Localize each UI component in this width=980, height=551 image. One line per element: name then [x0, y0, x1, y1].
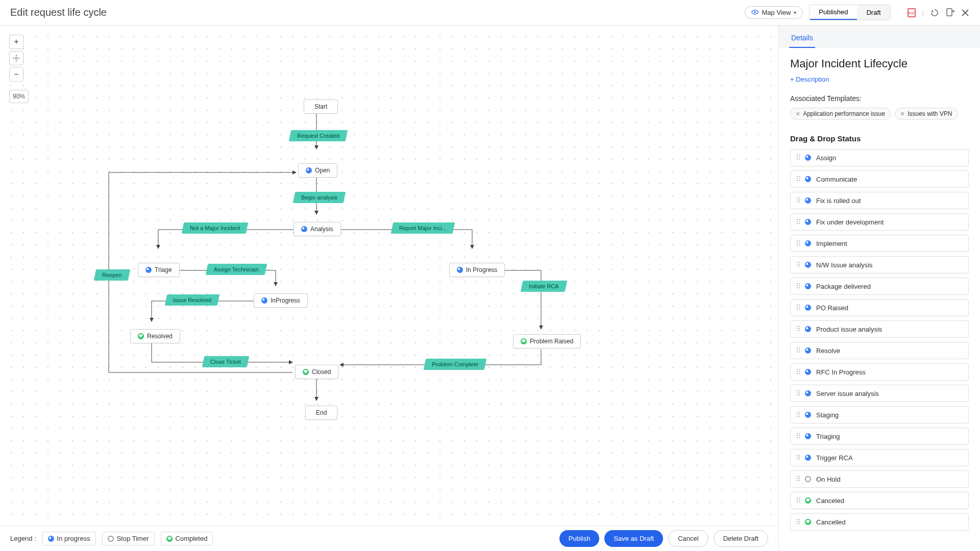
chevron-down-icon: ▾: [794, 10, 796, 15]
template-chip[interactable]: ×Application performance issue: [790, 108, 891, 120]
status-item[interactable]: ⠿Assign: [790, 149, 969, 166]
legend: Legend : In progress Stop Timer Complete…: [10, 532, 213, 545]
completed-icon: [805, 497, 811, 504]
save-draft-button[interactable]: Save as Draft: [604, 530, 663, 547]
status-item[interactable]: ⠿RFC In Progress: [790, 363, 969, 381]
status-label: Fix under development: [816, 218, 884, 226]
progress-icon: [805, 305, 811, 311]
grip-icon: ⠿: [796, 218, 800, 226]
revert-icon[interactable]: [930, 8, 939, 17]
trans-begin[interactable]: Begin analysis: [293, 192, 346, 203]
status-item[interactable]: ⠿Canceled: [790, 492, 969, 509]
status-item[interactable]: ⠿On Hold: [790, 470, 969, 488]
header-actions: Map View ▾ Published Draft PDF |: [745, 5, 970, 20]
trans-label: Reopen: [102, 272, 122, 278]
grip-icon: ⠿: [796, 411, 800, 419]
publish-segment: Published Draft: [809, 5, 890, 20]
canvas[interactable]: + − 90%: [0, 26, 778, 525]
status-item[interactable]: ⠿Resolve: [790, 342, 969, 359]
completed-icon: [303, 369, 309, 375]
grip-icon: ⠿: [796, 475, 800, 483]
grip-icon: ⠿: [796, 389, 800, 397]
node-triage[interactable]: Triage: [138, 263, 180, 277]
node-end[interactable]: End: [305, 406, 337, 420]
status-item[interactable]: ⠿Cancelled: [790, 513, 969, 531]
trans-initiate[interactable]: Initiate RCA: [521, 281, 567, 292]
status-label: Package delivered: [816, 283, 871, 290]
draft-tab[interactable]: Draft: [857, 5, 890, 20]
grip-icon: ⠿: [796, 304, 800, 312]
status-label: Implement: [816, 240, 847, 247]
cancel-button[interactable]: Cancel: [668, 530, 708, 547]
delete-draft-button[interactable]: Delete Draft: [714, 530, 768, 547]
status-item[interactable]: ⠿Fix is rolled out: [790, 192, 969, 209]
status-item[interactable]: ⠿PO Raised: [790, 299, 969, 316]
trans-created[interactable]: Request Created: [289, 130, 348, 141]
status-item[interactable]: ⠿Server issue analysis: [790, 385, 969, 402]
chip-remove-icon[interactable]: ×: [900, 110, 904, 117]
trans-close[interactable]: Close Ticket: [202, 356, 250, 367]
add-description-link[interactable]: + Description: [790, 76, 969, 83]
trans-complete[interactable]: Problem Complete: [424, 359, 487, 370]
grip-icon: ⠿: [796, 346, 800, 355]
new-doc-icon[interactable]: [945, 8, 954, 17]
status-item[interactable]: ⠿N/W Issue analysis: [790, 256, 969, 273]
svg-text:PDF: PDF: [909, 12, 915, 15]
panel-tabs: Details: [779, 26, 980, 48]
status-label: Trigger RCA: [816, 454, 853, 462]
eye-icon: [751, 9, 758, 16]
status-item[interactable]: ⠿Communicate: [790, 170, 969, 188]
trans-notmajor[interactable]: Not a Major Incident: [182, 222, 249, 234]
template-chips: ×Application performance issue×Issues wi…: [790, 108, 969, 120]
completed-icon: [138, 333, 144, 339]
trans-assigntech[interactable]: Assign Technician: [206, 264, 267, 275]
status-item[interactable]: ⠿Staging: [790, 406, 969, 423]
status-item[interactable]: ⠿Package delivered: [790, 278, 969, 295]
chip-label: Issues with VPN: [908, 110, 952, 117]
node-open[interactable]: Open: [298, 163, 337, 178]
node-label: Closed: [312, 368, 331, 375]
progress-icon: [301, 226, 307, 232]
footer-buttons: Publish Save as Draft Cancel Delete Draf…: [559, 530, 768, 547]
details-panel: Details Major Incident Lifecycle + Descr…: [778, 26, 980, 551]
pdf-icon[interactable]: PDF: [907, 8, 916, 17]
flowchart: Start Open Analysis Triage In Progress I…: [0, 26, 778, 525]
status-label: Cancelled: [816, 518, 846, 526]
node-closed[interactable]: Closed: [295, 365, 338, 379]
legend-text: Stop Timer: [117, 535, 149, 542]
node-start[interactable]: Start: [304, 99, 338, 114]
grip-icon: ⠿: [796, 282, 800, 290]
grip-icon: ⠿: [796, 454, 800, 462]
grip-icon: ⠿: [796, 432, 800, 440]
trans-reopen[interactable]: Reopen: [94, 269, 130, 281]
status-item[interactable]: ⠿Product issue analysis: [790, 320, 969, 338]
node-label: Analysis: [310, 226, 333, 233]
trans-report[interactable]: Report Major Inci...: [391, 222, 455, 234]
status-item[interactable]: ⠿Triaging: [790, 428, 969, 445]
node-inprogress2[interactable]: InProgress: [254, 293, 308, 308]
grip-icon: ⠿: [796, 154, 800, 162]
close-icon[interactable]: [961, 8, 970, 17]
status-item[interactable]: ⠿Trigger RCA: [790, 449, 969, 466]
node-analysis[interactable]: Analysis: [293, 222, 341, 236]
status-item[interactable]: ⠿Implement: [790, 235, 969, 252]
tab-details[interactable]: Details: [789, 29, 815, 48]
node-resolved[interactable]: Resolved: [130, 329, 180, 343]
progress-icon: [805, 240, 811, 246]
legend-stop: Stop Timer: [102, 532, 155, 545]
view-toggle[interactable]: Map View ▾: [745, 6, 803, 19]
progress-icon: [805, 283, 811, 289]
progress-icon: [805, 412, 811, 418]
template-chip[interactable]: ×Issues with VPN: [895, 108, 958, 120]
node-problem[interactable]: Problem Raised: [513, 334, 581, 348]
trans-issueresolved[interactable]: Issue Resolved: [165, 294, 220, 306]
published-tab[interactable]: Published: [810, 5, 857, 20]
node-inprogress[interactable]: In Progress: [449, 263, 505, 277]
status-item[interactable]: ⠿Fix under development: [790, 213, 969, 231]
status-label: N/W Issue analysis: [816, 261, 873, 269]
svg-point-0: [754, 11, 756, 13]
chip-remove-icon[interactable]: ×: [796, 110, 800, 117]
trans-label: Close Ticket: [210, 359, 241, 365]
status-list: ⠿Assign⠿Communicate⠿Fix is rolled out⠿Fi…: [790, 149, 969, 531]
publish-button[interactable]: Publish: [559, 530, 600, 547]
